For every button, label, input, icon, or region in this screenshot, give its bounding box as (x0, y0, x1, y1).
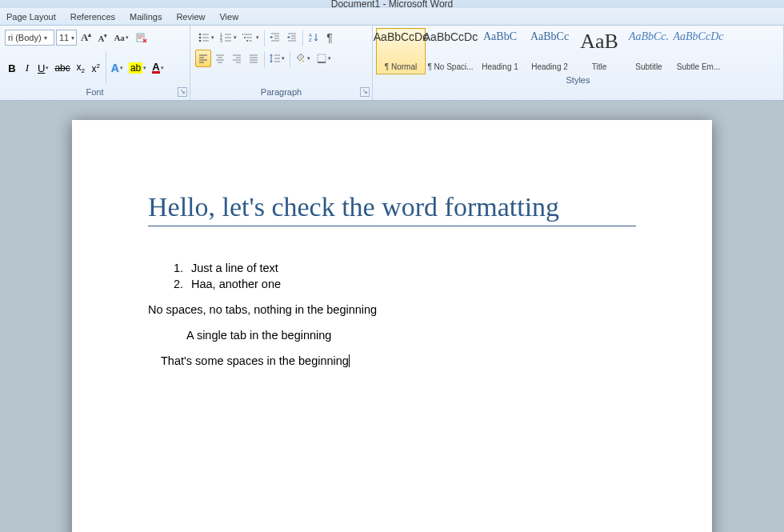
paragraph[interactable]: That's some spaces in the beginning (148, 354, 636, 367)
style-label: Subtitle (635, 62, 662, 71)
grow-font-button[interactable]: A▴ (78, 29, 94, 46)
paragraph-dialog-launcher[interactable]: ↘ (360, 87, 370, 97)
bullets-button[interactable]: ▾ (195, 29, 217, 46)
decrease-indent-button[interactable] (267, 29, 283, 46)
svg-point-9 (246, 40, 248, 42)
chevron-down-icon: ▾ (256, 34, 259, 41)
multilevel-list-button[interactable]: ▾ (240, 29, 262, 46)
highlight-button[interactable]: ab▾ (126, 59, 149, 77)
change-case-button[interactable]: Aa▾ (111, 29, 130, 46)
align-right-button[interactable] (229, 50, 245, 67)
tab-page-layout[interactable]: Page Layout (6, 12, 56, 22)
document-workspace[interactable]: Hello, let's check the word formatting J… (0, 101, 784, 532)
style-preview: AaBbC (483, 31, 517, 42)
change-case-icon: Aa (114, 33, 124, 42)
font-name-value: ri (Body) (8, 33, 42, 42)
shading-button[interactable]: ▾ (293, 50, 313, 67)
text-effects-button[interactable]: A▾ (109, 59, 126, 77)
decrease-indent-icon (270, 32, 281, 43)
tab-mailings[interactable]: Mailings (130, 12, 162, 22)
sort-icon: AZ (308, 32, 319, 43)
show-marks-button[interactable]: ¶ (322, 29, 337, 46)
document-page[interactable]: Hello, let's check the word formatting J… (72, 120, 712, 532)
align-center-button[interactable] (212, 50, 228, 67)
font-size-combo[interactable]: 11▾ (56, 30, 77, 46)
align-right-icon (231, 53, 242, 64)
chevron-down-icon: ▾ (307, 55, 310, 62)
style-item-0[interactable]: AaBbCcDc¶ Normal (376, 28, 426, 74)
align-left-icon (198, 53, 209, 64)
style-label: ¶ Normal (385, 62, 417, 71)
style-label: ¶ No Spaci... (427, 62, 473, 71)
subscript-icon: x2 (77, 62, 85, 74)
sort-button[interactable]: AZ (306, 29, 322, 46)
chevron-down-icon: ▾ (234, 34, 237, 41)
line-spacing-button[interactable]: ▾ (267, 50, 287, 67)
bold-button[interactable]: B (5, 59, 19, 77)
svg-point-2 (199, 37, 202, 39)
chevron-down-icon: ▾ (46, 65, 49, 71)
document-title[interactable]: Hello, let's check the word formatting (148, 192, 636, 226)
strikethrough-button[interactable]: abc (52, 59, 72, 77)
chevron-down-icon: ▾ (282, 55, 285, 62)
justify-icon (248, 53, 259, 64)
svg-text:Z: Z (309, 38, 312, 42)
group-label-font: Font↘ (0, 86, 190, 100)
tab-references[interactable]: References (70, 12, 115, 22)
bold-icon: B (8, 62, 15, 74)
style-item-3[interactable]: AaBbCcHeading 2 (525, 28, 574, 74)
style-label: Heading 1 (482, 62, 518, 71)
highlight-icon: ab (129, 62, 142, 74)
font-color-icon: A (152, 62, 159, 74)
style-item-2[interactable]: AaBbCHeading 1 (475, 28, 525, 74)
shading-icon (295, 53, 306, 64)
paragraph[interactable]: A single tab in the beginning (148, 329, 636, 342)
group-paragraph: ▾ 123▾ ▾ AZ ¶ ▾ ▾ ▾ Para (190, 26, 373, 100)
ribbon: ri (Body)▾ 11▾ A▴ A▾ Aa▾ B I U▾ abc x2 x… (0, 26, 784, 101)
text-effects-icon: A (111, 62, 119, 74)
pilcrow-icon: ¶ (326, 31, 333, 44)
list-item[interactable]: Just a line of text (186, 262, 636, 274)
superscript-icon: x2 (92, 62, 100, 74)
clear-formatting-button[interactable] (133, 29, 150, 46)
font-name-combo[interactable]: ri (Body)▾ (5, 30, 54, 46)
clear-formatting-icon (135, 31, 148, 44)
group-font: ri (Body)▾ 11▾ A▴ A▾ Aa▾ B I U▾ abc x2 x… (0, 26, 190, 100)
chevron-down-icon: ▾ (328, 55, 331, 62)
font-color-button[interactable]: A▾ (150, 59, 166, 77)
style-item-5[interactable]: AaBbCc.Subtitle (624, 28, 674, 74)
chevron-down-icon: ▾ (161, 65, 164, 71)
chevron-down-icon: ▾ (120, 65, 123, 71)
underline-button[interactable]: U▾ (35, 59, 51, 77)
justify-button[interactable] (246, 50, 262, 67)
style-preview: AaBbCcDc (374, 31, 428, 42)
svg-point-1 (199, 34, 202, 36)
chevron-down-icon: ▾ (44, 34, 47, 42)
style-preview: AaBbCcDc (423, 31, 478, 42)
increase-indent-button[interactable] (284, 29, 300, 46)
style-item-4[interactable]: AaBTitle (574, 28, 624, 74)
style-preview: AaB (580, 31, 618, 52)
shrink-font-icon: A▾ (98, 33, 107, 43)
borders-button[interactable]: ▾ (314, 50, 334, 67)
italic-icon: I (26, 62, 29, 74)
tab-view[interactable]: View (219, 12, 238, 22)
group-label-styles: Styles (373, 74, 783, 88)
style-preview: AaBbCcDc (674, 31, 724, 42)
align-left-button[interactable] (195, 50, 211, 67)
styles-gallery[interactable]: AaBbCcDc¶ NormalAaBbCcDc¶ No Spaci...AaB… (373, 26, 783, 74)
subscript-button[interactable]: x2 (74, 59, 88, 77)
numbered-list[interactable]: Just a line of text Haa, another one (186, 262, 636, 290)
style-item-6[interactable]: AaBbCcDcSubtle Em... (674, 28, 723, 74)
shrink-font-button[interactable]: A▾ (95, 29, 110, 46)
superscript-button[interactable]: x2 (89, 59, 103, 77)
tab-review[interactable]: Review (176, 12, 205, 22)
style-item-1[interactable]: AaBbCcDc¶ No Spaci... (426, 28, 475, 74)
paragraph[interactable]: No spaces, no tabs, nothing in the begin… (148, 303, 636, 316)
italic-button[interactable]: I (20, 59, 34, 77)
list-item[interactable]: Haa, another one (186, 278, 636, 290)
separator (106, 52, 106, 84)
font-dialog-launcher[interactable]: ↘ (178, 87, 187, 97)
numbering-button[interactable]: 123▾ (218, 29, 239, 46)
line-spacing-icon (270, 53, 281, 64)
